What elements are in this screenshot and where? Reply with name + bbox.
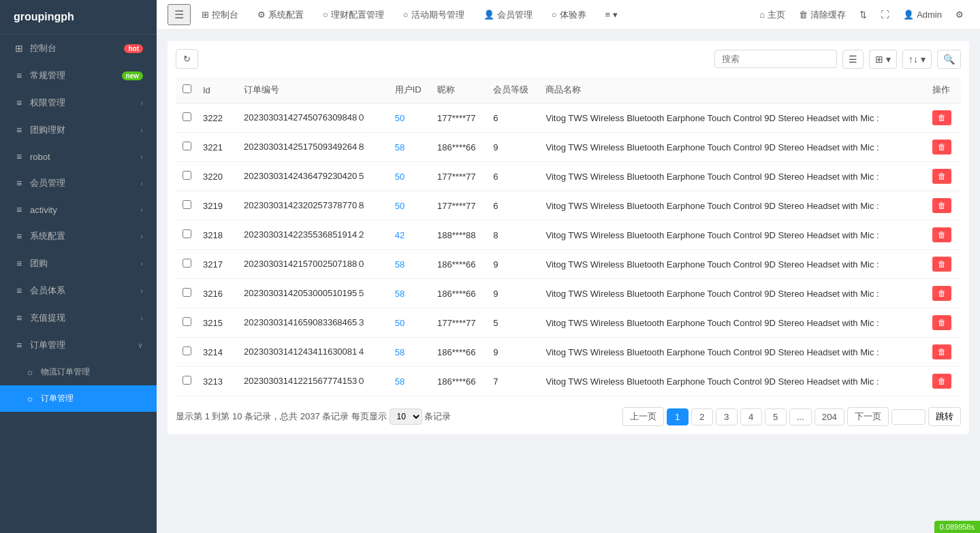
row-level: 5 <box>488 308 540 338</box>
order-icon: ○ <box>25 393 35 404</box>
topnav-experience[interactable]: ○ 体验券 <box>543 5 595 25</box>
prev-page-button[interactable]: 上一页 <box>622 407 664 426</box>
jump-to-page-input[interactable] <box>891 409 926 425</box>
page-1-button[interactable]: 1 <box>667 408 689 425</box>
page-5-button[interactable]: 5 <box>765 408 787 425</box>
row-checkbox-0[interactable] <box>183 112 191 121</box>
permission-icon: ≡ <box>14 97 25 108</box>
sidebar-item-sysconfig[interactable]: ≡ 系统配置 › <box>0 223 157 250</box>
next-page-button[interactable]: 下一页 <box>847 407 889 426</box>
page-3-button[interactable]: 3 <box>716 408 738 425</box>
row-nickname: 186****66 <box>432 250 488 279</box>
view-grid-button[interactable]: ⊞ ▾ <box>869 50 897 69</box>
header-level: 会员等级 <box>488 77 540 103</box>
header-user-id: 用户ID <box>390 77 432 103</box>
row-checkbox-1[interactable] <box>183 142 191 150</box>
delete-button-8[interactable]: 🗑 <box>932 344 951 359</box>
page-last-button[interactable]: 204 <box>815 408 844 425</box>
toolbar-left: ↻ <box>176 49 198 69</box>
row-user-id[interactable]: 58 <box>390 367 432 396</box>
row-user-id[interactable]: 42 <box>390 221 432 250</box>
page-4-button[interactable]: 4 <box>740 408 762 425</box>
sidebar-item-robot-label: robot <box>30 152 50 162</box>
view-list-button[interactable]: ☰ <box>842 50 864 69</box>
export-button[interactable]: ↑↓ ▾ <box>902 50 932 69</box>
arrow-icon-5: › <box>140 206 143 214</box>
sidebar-item-general[interactable]: ≡ 常规管理 new <box>0 62 157 89</box>
total-records: 2037 <box>300 411 320 421</box>
toolbar-right: ☰ ⊞ ▾ ↑↓ ▾ 🔍 <box>714 50 961 69</box>
delete-button-4[interactable]: 🗑 <box>932 227 951 242</box>
row-checkbox-2[interactable] <box>183 171 191 180</box>
delete-button-2[interactable]: 🗑 <box>932 169 951 184</box>
row-user-id[interactable]: 58 <box>390 250 432 279</box>
row-user-id[interactable]: 50 <box>390 162 432 191</box>
topnav-admin[interactable]: 👤 Admin <box>898 7 947 22</box>
menu-toggle-button[interactable]: ☰ <box>168 4 191 25</box>
topnav-dashboard[interactable]: ⊞ 控制台 <box>193 5 247 25</box>
search-button[interactable]: 🔍 <box>937 50 961 69</box>
row-user-id[interactable]: 58 <box>390 279 432 308</box>
jump-button[interactable]: 跳转 <box>928 407 961 426</box>
sidebar-item-permission[interactable]: ≡ 权限管理 › <box>0 89 157 116</box>
topnav-sysconfig[interactable]: ⚙ 系统配置 <box>249 5 312 25</box>
arrow-icon-7: › <box>140 259 143 268</box>
select-all-checkbox[interactable] <box>183 84 191 93</box>
topnav-fullscreen[interactable]: ⛶ <box>875 7 895 22</box>
delete-button-6[interactable]: 🗑 <box>932 286 951 301</box>
sidebar-item-member[interactable]: ≡ 会员管理 › <box>0 169 157 197</box>
sidebar-item-member-system[interactable]: ≡ 会员体系 › <box>0 277 157 304</box>
sidebar-item-dashboard[interactable]: ⊞ 控制台 hot <box>0 35 157 62</box>
row-order-no: 20230303142745076309848０ <box>238 103 390 133</box>
delete-button-3[interactable]: 🗑 <box>932 198 951 213</box>
row-user-id[interactable]: 58 <box>390 338 432 367</box>
topnav-clear-cache[interactable]: 🗑 清除缓存 <box>793 6 851 24</box>
row-checkbox-7[interactable] <box>183 317 191 326</box>
delete-button-7[interactable]: 🗑 <box>932 315 951 330</box>
sidebar-item-group-finance[interactable]: ≡ 团购理财 › <box>0 116 157 144</box>
app-logo: groupingph <box>0 0 157 35</box>
row-checkbox-9[interactable] <box>183 376 191 385</box>
table-row: 3214 20230303141243411630081４ 58 186****… <box>176 338 961 367</box>
row-level: 9 <box>488 338 540 367</box>
sidebar-item-logistics[interactable]: ○ 物流订单管理 <box>0 359 157 385</box>
row-id: 3221 <box>197 133 238 162</box>
page-2-button[interactable]: 2 <box>691 408 713 425</box>
search-input[interactable] <box>714 50 837 68</box>
row-checkbox-5[interactable] <box>183 259 191 268</box>
sidebar-item-activity[interactable]: ≡ activity › <box>0 197 157 223</box>
row-checkbox-6[interactable] <box>183 288 191 297</box>
topnav-finance-config[interactable]: ○ 理财配置管理 <box>315 5 392 25</box>
row-nickname: 186****66 <box>432 338 488 367</box>
sidebar-item-order-mgmt[interactable]: ≡ 订单管理 ∨ <box>0 332 157 359</box>
refresh-button[interactable]: ↻ <box>176 49 198 69</box>
topnav-home[interactable]: ⌂ 主页 <box>754 6 791 24</box>
topnav-dashboard-label: 控制台 <box>212 9 238 21</box>
sidebar-item-order[interactable]: ○ 订单管理 <box>0 385 157 412</box>
topnav-settings[interactable]: ⚙ <box>950 7 969 22</box>
delete-button-1[interactable]: 🗑 <box>932 140 951 155</box>
sidebar-item-recharge[interactable]: ≡ 充值提现 › <box>0 304 157 332</box>
sidebar-item-group[interactable]: ≡ 团购 › <box>0 250 157 277</box>
row-action: 🗑 <box>927 162 961 191</box>
row-user-id[interactable]: 50 <box>390 191 432 221</box>
row-user-id[interactable]: 50 <box>390 103 432 133</box>
topnav-icon1[interactable]: ⇅ <box>854 7 872 22</box>
topnav-member[interactable]: 👤 会员管理 <box>475 5 541 25</box>
header-product: 商品名称 <box>540 77 927 103</box>
row-action: 🗑 <box>927 279 961 308</box>
topnav-activity-period[interactable]: ○ 活动期号管理 <box>395 5 473 25</box>
row-user-id[interactable]: 50 <box>390 308 432 338</box>
delete-button-0[interactable]: 🗑 <box>932 110 951 125</box>
delete-button-5[interactable]: 🗑 <box>932 257 951 272</box>
row-checkbox-8[interactable] <box>183 346 191 355</box>
per-page-select[interactable]: 10 20 50 <box>390 408 422 425</box>
table-toolbar: ↻ ☰ ⊞ ▾ ↑↓ ▾ 🔍 <box>176 49 961 69</box>
delete-button-9[interactable]: 🗑 <box>932 374 951 389</box>
row-user-id[interactable]: 58 <box>390 133 432 162</box>
row-checkbox-4[interactable] <box>183 229 191 238</box>
topnav-more[interactable]: ≡ ▾ <box>597 5 626 24</box>
row-product: Vitog TWS Wireless Bluetooth Earphone To… <box>540 308 927 338</box>
sidebar-item-robot[interactable]: ≡ robot › <box>0 144 157 169</box>
row-checkbox-3[interactable] <box>183 200 191 209</box>
